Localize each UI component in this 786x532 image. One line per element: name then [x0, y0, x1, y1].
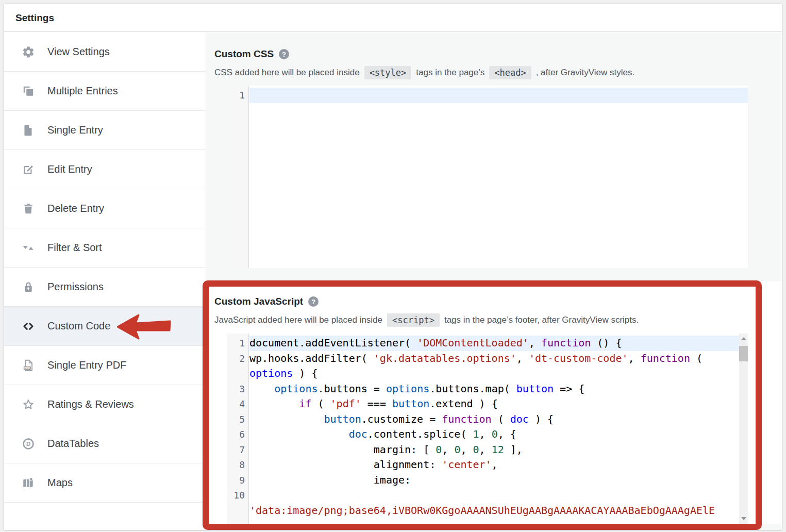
code-text: wp.hooks.addFilter( 'gk.datatables.optio… [249, 351, 739, 367]
code-text: alignment: 'center', [249, 457, 739, 473]
line-number [227, 503, 249, 519]
code-icon [22, 320, 35, 333]
line-number: 6 [227, 427, 249, 442]
line-number: 3 [227, 381, 249, 397]
line-number: 1 [227, 336, 249, 351]
scroll-down-icon[interactable] [739, 514, 748, 523]
code-line[interactable]: 4 if ( 'pdf' === button.extend ) { [227, 396, 739, 412]
line-number: 4 [227, 396, 249, 412]
code-line[interactable]: 'data:image/png;base64,iVBORw0KGgoAAAANS… [227, 503, 739, 519]
line-number: 7 [227, 442, 249, 458]
code-line[interactable]: options ) { [227, 366, 739, 381]
code-line[interactable]: 1document.addEventListener( 'DOMContentL… [227, 336, 739, 351]
custom-css-description: CSS added here will be placed inside <st… [214, 66, 634, 79]
sidebar-item-datatables[interactable]: DataTables [4, 424, 206, 463]
sidebar-item-filter-sort[interactable]: Filter & Sort [4, 228, 206, 268]
sidebar-item-maps[interactable]: Maps [4, 463, 206, 503]
line-number: 1 [227, 88, 249, 103]
code-text: document.addEventListener( 'DOMContentLo… [249, 336, 739, 351]
stack-icon [22, 85, 35, 98]
sidebar-item-single-entry[interactable]: Single Entry [4, 111, 206, 150]
sidebar-item-multiple-entries[interactable]: Multiple Entries [4, 72, 206, 111]
sidebar-item-label: Filter & Sort [47, 242, 102, 254]
code-line[interactable]: 9 image: [227, 473, 739, 488]
modal-header: Settings [4, 4, 782, 32]
lock-icon [22, 280, 35, 294]
edit-icon [22, 163, 35, 176]
sidebar-item-label: Multiple Entries [47, 85, 118, 97]
code-text: image: [249, 473, 739, 488]
line-number: 8 [227, 457, 249, 473]
sidebar-item-label: Single Entry [47, 124, 103, 136]
gear-icon [22, 45, 35, 59]
editor-scrollbar[interactable] [739, 334, 748, 524]
scroll-up-icon[interactable] [739, 335, 748, 343]
sidebar-item-delete-entry[interactable]: Delete Entry [4, 189, 206, 228]
script-tag-chip: <script> [387, 313, 440, 327]
sidebar-item-label: DataTables [47, 438, 99, 450]
code-text [249, 88, 748, 103]
code-text: options.buttons = options.buttons.map( b… [249, 381, 739, 397]
sidebar-item-view-settings[interactable]: View Settings [4, 32, 206, 72]
sidebar-item-custom-code[interactable]: Custom Code [4, 307, 206, 346]
sidebar-item-permissions[interactable]: Permissions [4, 268, 206, 307]
code-line[interactable]: 2wp.hooks.addFilter( 'gk.datatables.opti… [227, 351, 739, 367]
help-icon[interactable]: ? [308, 296, 319, 307]
line-number-gutter [227, 86, 249, 268]
sidebar-item-label: Maps [47, 477, 73, 489]
code-text: options ) { [249, 366, 739, 381]
custom-javascript-description: JavaScript added here will be placed ins… [214, 313, 639, 327]
custom-css-editor[interactable]: 1 [227, 86, 748, 268]
code-text [249, 488, 739, 503]
sidebar-item-label: Delete Entry [47, 203, 104, 214]
style-tag-chip: <style> [364, 66, 412, 79]
sidebar-item-label: Custom Code [47, 320, 110, 332]
sidebar-item-label: Ratings & Reviews [47, 398, 134, 410]
code-text: if ( 'pdf' === button.extend ) { [249, 396, 739, 412]
code-line[interactable]: 10 [227, 488, 739, 503]
code-text: margin: [ 0, 0, 0, 12 ], [249, 442, 739, 458]
modal-title: Settings [15, 12, 54, 24]
code-line[interactable]: 7 margin: [ 0, 0, 0, 12 ], [227, 442, 739, 458]
page-icon [22, 124, 35, 137]
code-text: button.customize = function ( doc ) { [249, 412, 739, 427]
line-number: 5 [227, 412, 249, 427]
code-line[interactable]: 3 options.buttons = options.buttons.map(… [227, 381, 739, 397]
code-line[interactable]: 6 doc.content.splice( 1, 0, { [227, 427, 739, 442]
maps-icon [22, 476, 35, 490]
sidebar-item-label: Permissions [47, 281, 104, 293]
code-text: 'data:image/png;base64,iVBORw0KGgoAAAANS… [249, 503, 739, 519]
scrollbar-thumb[interactable] [739, 346, 748, 361]
sidebar-item-edit-entry[interactable]: Edit Entry [4, 150, 206, 189]
line-number: 9 [227, 473, 249, 488]
filter-sort-icon [22, 241, 35, 255]
custom-css-title: Custom CSS ? [214, 48, 289, 60]
head-tag-chip: <head> [489, 66, 531, 79]
star-icon [22, 398, 35, 411]
sidebar-item-label: Single Entry PDF [47, 359, 126, 371]
trash-icon [22, 202, 35, 215]
code-line[interactable]: 1 [227, 88, 748, 103]
line-number: 10 [227, 488, 249, 503]
help-icon[interactable]: ? [279, 49, 289, 59]
sidebar-item-label: Edit Entry [47, 163, 92, 175]
code-text: doc.content.splice( 1, 0, { [249, 427, 739, 442]
pdf-icon [22, 359, 35, 372]
datatables-icon [22, 437, 35, 451]
sidebar-item-ratings-reviews[interactable]: Ratings & Reviews [4, 385, 206, 424]
sidebar-item-single-entry-pdf[interactable]: Single Entry PDF [4, 346, 206, 385]
code-line[interactable]: 8 alignment: 'center', [227, 457, 739, 473]
annotation-arrow-icon [117, 313, 172, 340]
code-line[interactable]: 5 button.customize = function ( doc ) { [227, 412, 739, 427]
settings-sidebar: View SettingsMultiple EntriesSingle Entr… [4, 32, 206, 530]
custom-javascript-title: Custom JavaScript ? [214, 296, 319, 307]
custom-javascript-editor[interactable]: 1document.addEventListener( 'DOMContentL… [227, 334, 748, 524]
settings-modal: Settings View SettingsMultiple EntriesSi… [4, 4, 782, 530]
line-number: 2 [227, 351, 249, 367]
sidebar-item-label: View Settings [47, 46, 110, 58]
line-number [227, 366, 249, 381]
